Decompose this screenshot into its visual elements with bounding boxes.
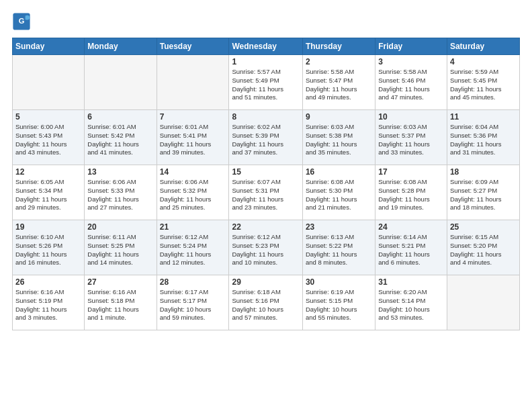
day-number: 13	[87, 167, 153, 177]
day-number: 5	[15, 112, 81, 122]
day-info: Sunrise: 6:14 AM Sunset: 5:21 PM Dayligh…	[378, 233, 444, 267]
calendar-table: SundayMondayTuesdayWednesdayThursdayFrid…	[12, 38, 520, 330]
day-info: Sunrise: 6:12 AM Sunset: 5:24 PM Dayligh…	[160, 233, 226, 267]
day-number: 18	[450, 167, 517, 177]
calendar-day-cell: 29Sunrise: 6:18 AM Sunset: 5:16 PM Dayli…	[229, 275, 302, 330]
day-info: Sunrise: 6:02 AM Sunset: 5:39 PM Dayligh…	[232, 123, 299, 157]
day-number: 4	[450, 57, 517, 66]
weekday-header-friday: Friday	[375, 38, 447, 55]
day-info: Sunrise: 6:01 AM Sunset: 5:42 PM Dayligh…	[87, 123, 153, 157]
weekday-header-tuesday: Tuesday	[157, 38, 229, 55]
day-number: 14	[160, 167, 226, 177]
calendar-day-cell: 20Sunrise: 6:11 AM Sunset: 5:25 PM Dayli…	[85, 220, 157, 275]
page-container: G SundayMondayTuesdayWednesdayThursdayFr…	[0, 0, 532, 411]
day-info: Sunrise: 6:10 AM Sunset: 5:26 PM Dayligh…	[15, 233, 81, 267]
day-info: Sunrise: 6:17 AM Sunset: 5:17 PM Dayligh…	[160, 288, 226, 322]
calendar-day-cell: 30Sunrise: 6:19 AM Sunset: 5:15 PM Dayli…	[302, 275, 375, 330]
header: G	[12, 12, 520, 31]
day-info: Sunrise: 6:13 AM Sunset: 5:22 PM Dayligh…	[306, 233, 372, 267]
calendar-day-cell: 26Sunrise: 6:16 AM Sunset: 5:19 PM Dayli…	[13, 275, 85, 330]
day-number: 10	[378, 112, 444, 122]
day-info: Sunrise: 6:07 AM Sunset: 5:31 PM Dayligh…	[232, 178, 299, 212]
calendar-day-cell: 3Sunrise: 5:58 AM Sunset: 5:46 PM Daylig…	[375, 55, 447, 110]
calendar-week-row: 1Sunrise: 5:57 AM Sunset: 5:49 PM Daylig…	[13, 55, 520, 110]
day-number: 8	[232, 112, 299, 122]
day-number: 3	[378, 57, 444, 66]
day-info: Sunrise: 5:57 AM Sunset: 5:49 PM Dayligh…	[232, 68, 299, 102]
weekday-header-saturday: Saturday	[447, 38, 519, 55]
day-number: 17	[378, 167, 444, 177]
day-info: Sunrise: 5:58 AM Sunset: 5:46 PM Dayligh…	[378, 68, 444, 102]
day-info: Sunrise: 6:00 AM Sunset: 5:43 PM Dayligh…	[15, 123, 81, 157]
calendar-day-cell: 5Sunrise: 6:00 AM Sunset: 5:43 PM Daylig…	[13, 110, 85, 165]
calendar-day-cell: 6Sunrise: 6:01 AM Sunset: 5:42 PM Daylig…	[85, 110, 157, 165]
calendar-day-cell: 21Sunrise: 6:12 AM Sunset: 5:24 PM Dayli…	[157, 220, 229, 275]
calendar-day-cell: 4Sunrise: 5:59 AM Sunset: 5:45 PM Daylig…	[447, 55, 519, 110]
calendar-day-cell: 31Sunrise: 6:20 AM Sunset: 5:14 PM Dayli…	[375, 275, 447, 330]
day-info: Sunrise: 5:59 AM Sunset: 5:45 PM Dayligh…	[450, 68, 517, 102]
day-info: Sunrise: 6:18 AM Sunset: 5:16 PM Dayligh…	[232, 288, 299, 322]
calendar-day-cell: 16Sunrise: 6:08 AM Sunset: 5:30 PM Dayli…	[302, 165, 375, 220]
calendar-day-cell: 9Sunrise: 6:03 AM Sunset: 5:38 PM Daylig…	[302, 110, 375, 165]
calendar-day-cell: 8Sunrise: 6:02 AM Sunset: 5:39 PM Daylig…	[229, 110, 302, 165]
calendar-day-cell: 17Sunrise: 6:08 AM Sunset: 5:28 PM Dayli…	[375, 165, 447, 220]
day-number: 29	[232, 277, 299, 287]
calendar-week-row: 5Sunrise: 6:00 AM Sunset: 5:43 PM Daylig…	[13, 110, 520, 165]
day-info: Sunrise: 6:06 AM Sunset: 5:32 PM Dayligh…	[160, 178, 226, 212]
logo: G	[12, 12, 34, 31]
day-number: 24	[378, 222, 444, 232]
calendar-day-cell: 2Sunrise: 5:58 AM Sunset: 5:47 PM Daylig…	[302, 55, 375, 110]
calendar-day-cell: 23Sunrise: 6:13 AM Sunset: 5:22 PM Dayli…	[302, 220, 375, 275]
calendar-day-cell	[157, 55, 229, 110]
calendar-day-cell: 14Sunrise: 6:06 AM Sunset: 5:32 PM Dayli…	[157, 165, 229, 220]
calendar-day-cell: 18Sunrise: 6:09 AM Sunset: 5:27 PM Dayli…	[447, 165, 519, 220]
calendar-day-cell: 28Sunrise: 6:17 AM Sunset: 5:17 PM Dayli…	[157, 275, 229, 330]
day-number: 26	[15, 277, 81, 287]
calendar-day-cell: 10Sunrise: 6:03 AM Sunset: 5:37 PM Dayli…	[375, 110, 447, 165]
day-number: 27	[87, 277, 153, 287]
calendar-day-cell: 7Sunrise: 6:01 AM Sunset: 5:41 PM Daylig…	[157, 110, 229, 165]
day-info: Sunrise: 6:16 AM Sunset: 5:19 PM Dayligh…	[15, 288, 81, 322]
day-info: Sunrise: 5:58 AM Sunset: 5:47 PM Dayligh…	[306, 68, 372, 102]
day-info: Sunrise: 6:06 AM Sunset: 5:33 PM Dayligh…	[87, 178, 153, 212]
weekday-header-monday: Monday	[85, 38, 157, 55]
calendar-week-row: 26Sunrise: 6:16 AM Sunset: 5:19 PM Dayli…	[13, 275, 520, 330]
day-number: 1	[232, 57, 299, 66]
day-info: Sunrise: 6:12 AM Sunset: 5:23 PM Dayligh…	[232, 233, 299, 267]
day-info: Sunrise: 6:16 AM Sunset: 5:18 PM Dayligh…	[87, 288, 153, 322]
calendar-day-cell: 27Sunrise: 6:16 AM Sunset: 5:18 PM Dayli…	[85, 275, 157, 330]
day-number: 31	[378, 277, 444, 287]
day-info: Sunrise: 6:03 AM Sunset: 5:38 PM Dayligh…	[306, 123, 372, 157]
day-number: 21	[160, 222, 226, 232]
day-number: 7	[160, 112, 226, 122]
day-info: Sunrise: 6:15 AM Sunset: 5:20 PM Dayligh…	[450, 233, 517, 267]
day-info: Sunrise: 6:20 AM Sunset: 5:14 PM Dayligh…	[378, 288, 444, 322]
day-number: 30	[306, 277, 372, 287]
calendar-week-row: 19Sunrise: 6:10 AM Sunset: 5:26 PM Dayli…	[13, 220, 520, 275]
calendar-day-cell: 25Sunrise: 6:15 AM Sunset: 5:20 PM Dayli…	[447, 220, 519, 275]
day-info: Sunrise: 6:08 AM Sunset: 5:28 PM Dayligh…	[378, 178, 444, 212]
calendar-day-cell: 12Sunrise: 6:05 AM Sunset: 5:34 PM Dayli…	[13, 165, 85, 220]
calendar-day-cell: 19Sunrise: 6:10 AM Sunset: 5:26 PM Dayli…	[13, 220, 85, 275]
day-number: 19	[15, 222, 81, 232]
day-number: 9	[306, 112, 372, 122]
calendar-day-cell: 11Sunrise: 6:04 AM Sunset: 5:36 PM Dayli…	[447, 110, 519, 165]
calendar-day-cell: 13Sunrise: 6:06 AM Sunset: 5:33 PM Dayli…	[85, 165, 157, 220]
day-info: Sunrise: 6:04 AM Sunset: 5:36 PM Dayligh…	[450, 123, 517, 157]
weekday-header-wednesday: Wednesday	[229, 38, 302, 55]
day-info: Sunrise: 6:11 AM Sunset: 5:25 PM Dayligh…	[87, 233, 153, 267]
calendar-week-row: 12Sunrise: 6:05 AM Sunset: 5:34 PM Dayli…	[13, 165, 520, 220]
day-info: Sunrise: 6:01 AM Sunset: 5:41 PM Dayligh…	[160, 123, 226, 157]
day-number: 2	[306, 57, 372, 66]
day-number: 12	[15, 167, 81, 177]
weekday-header-row: SundayMondayTuesdayWednesdayThursdayFrid…	[13, 38, 520, 55]
calendar-day-cell	[13, 55, 85, 110]
calendar-day-cell	[447, 275, 519, 330]
day-number: 28	[160, 277, 226, 287]
weekday-header-thursday: Thursday	[302, 38, 375, 55]
day-number: 6	[87, 112, 153, 122]
weekday-header-sunday: Sunday	[13, 38, 85, 55]
svg-text:G: G	[19, 17, 25, 25]
day-number: 22	[232, 222, 299, 232]
calendar-day-cell: 1Sunrise: 5:57 AM Sunset: 5:49 PM Daylig…	[229, 55, 302, 110]
